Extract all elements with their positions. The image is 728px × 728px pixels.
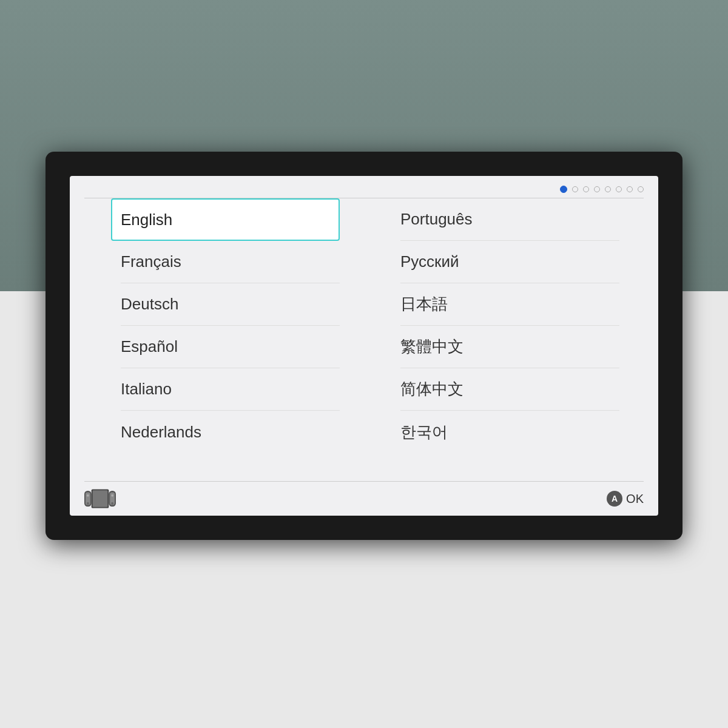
nintendo-switch-device: English Français Deutsch Español Italian… xyxy=(46,152,682,540)
language-label-nederlands: Nederlands xyxy=(121,423,201,442)
device-screen: English Français Deutsch Español Italian… xyxy=(70,176,658,516)
language-label-espanol: Español xyxy=(121,337,178,356)
language-label-japanese: 日本語 xyxy=(400,294,448,315)
language-item-russian[interactable]: Русский xyxy=(400,241,619,283)
svg-point-2 xyxy=(87,494,89,497)
dot-6 xyxy=(616,186,622,192)
svg-point-3 xyxy=(87,502,89,505)
language-list-container: English Français Deutsch Español Italian… xyxy=(70,198,658,481)
language-label-russian: Русский xyxy=(400,252,459,271)
language-item-traditional-chinese[interactable]: 繁體中文 xyxy=(400,326,619,368)
language-label-italiano: Italiano xyxy=(121,380,172,399)
language-item-deutsch[interactable]: Deutsch xyxy=(121,283,340,326)
language-column-right: Português Русский 日本語 繁體中文 简体中文 xyxy=(364,198,644,481)
progress-bar xyxy=(70,176,658,198)
language-label-korean: 한국어 xyxy=(400,422,448,443)
language-label-english: English xyxy=(121,211,172,229)
svg-point-8 xyxy=(111,494,113,497)
language-item-simplified-chinese[interactable]: 简体中文 xyxy=(400,368,619,411)
dot-8 xyxy=(638,186,644,192)
language-item-italiano[interactable]: Italiano xyxy=(121,368,340,411)
dot-4 xyxy=(594,186,600,192)
svg-point-9 xyxy=(111,502,113,505)
switch-logo xyxy=(84,489,116,508)
language-item-portugues[interactable]: Português xyxy=(400,198,619,241)
photo-background: English Français Deutsch Español Italian… xyxy=(0,0,728,728)
language-item-nederlands[interactable]: Nederlands xyxy=(121,411,340,453)
switch-svg-icon xyxy=(84,489,116,508)
ok-button[interactable]: A OK xyxy=(607,491,644,507)
a-button-circle: A xyxy=(607,491,622,507)
language-column-left: English Français Deutsch Español Italian… xyxy=(84,198,364,481)
dot-3 xyxy=(583,186,589,192)
language-item-korean[interactable]: 한국어 xyxy=(400,411,619,453)
dot-7 xyxy=(627,186,633,192)
language-label-simplified-chinese: 简体中文 xyxy=(400,379,463,400)
language-item-espanol[interactable]: Español xyxy=(121,326,340,368)
a-button-label: A xyxy=(612,494,618,504)
language-label-francais: Français xyxy=(121,252,181,271)
language-label-portugues: Português xyxy=(400,210,473,229)
svg-rect-5 xyxy=(93,490,108,507)
language-item-japanese[interactable]: 日本語 xyxy=(400,283,619,326)
dot-5 xyxy=(605,186,611,192)
language-item-francais[interactable]: Français xyxy=(121,241,340,283)
dot-1 xyxy=(560,186,567,193)
ok-label: OK xyxy=(626,492,644,506)
language-label-traditional-chinese: 繁體中文 xyxy=(400,336,463,357)
dots-container xyxy=(560,186,644,193)
language-item-english[interactable]: English xyxy=(111,198,340,241)
dot-2 xyxy=(572,186,578,192)
bottom-bar: A OK xyxy=(70,482,658,516)
language-label-deutsch: Deutsch xyxy=(121,295,178,314)
